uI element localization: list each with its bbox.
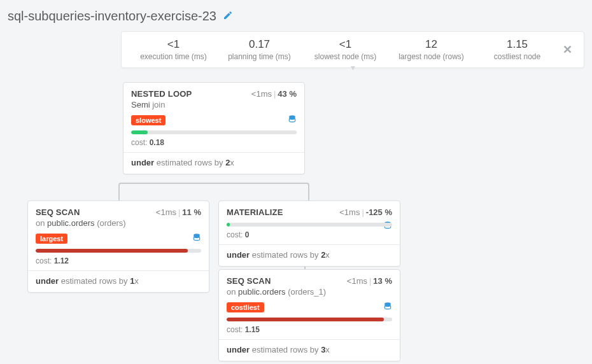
page-header: sql-subqueries-inventory-exercise-23	[0, 0, 592, 27]
badge-slowest: slowest	[131, 115, 166, 125]
node-metrics: <1ms|11 %	[156, 207, 201, 217]
progress-bar	[227, 318, 392, 321]
stat-slowest-node: <1 slowest node (ms)	[302, 38, 388, 61]
node-title: MATERIALIZE	[227, 207, 283, 217]
close-icon[interactable]: ✕	[560, 43, 575, 57]
estimate-line: under estimated rows by 3x	[219, 340, 400, 361]
node-nested-loop[interactable]: NESTED LOOP <1ms|43 % Semi join slowest …	[123, 82, 305, 174]
stat-execution-time: <1 execution time (ms)	[130, 38, 216, 61]
node-title: SEQ SCAN	[36, 207, 80, 217]
connector	[118, 183, 309, 202]
stat-largest-node: 12 largest node (rows)	[388, 38, 474, 61]
node-seq-scan-orders-1[interactable]: SEQ SCAN <1ms|13 % on public.orders (ord…	[218, 269, 400, 361]
stat-value: 12	[388, 38, 474, 51]
page-title: sql-subqueries-inventory-exercise-23	[8, 9, 216, 24]
stat-label: largest node (rows)	[388, 52, 474, 61]
database-icon[interactable]	[383, 302, 392, 312]
stat-label: execution time (ms)	[130, 52, 216, 61]
cost-line: cost: 1.15	[219, 324, 400, 339]
progress-bar	[36, 249, 201, 253]
stats-bar: <1 execution time (ms) 0.17 planning tim…	[121, 31, 584, 68]
database-icon[interactable]	[288, 115, 297, 125]
node-title: SEQ SCAN	[227, 276, 271, 286]
node-subtitle: Semi join	[123, 100, 304, 112]
node-subtitle: on public.orders (orders_1)	[219, 287, 400, 299]
estimate-line: under estimated rows by 2x	[219, 245, 400, 266]
cost-line: cost: 0.18	[123, 137, 304, 152]
progress-bar	[227, 223, 392, 227]
edit-icon[interactable]	[223, 10, 233, 22]
stat-planning-time: 0.17 planning time (ms)	[216, 38, 302, 61]
estimate-line: under estimated rows by 2x	[123, 153, 304, 174]
stat-value: <1	[302, 38, 388, 51]
node-metrics: <1ms|-125 %	[339, 207, 392, 217]
stat-value: 0.17	[216, 38, 302, 51]
progress-bar	[131, 130, 297, 134]
badge-costliest: costliest	[227, 302, 264, 312]
dropdown-tail-icon: ▾	[351, 62, 355, 73]
node-materialize[interactable]: MATERIALIZE <1ms|-125 % cost: 0 under es…	[218, 200, 400, 267]
badge-largest: largest	[36, 234, 67, 244]
node-metrics: <1ms|43 %	[251, 89, 297, 99]
stat-label: planning time (ms)	[216, 52, 302, 61]
node-subtitle: on public.orders (orders)	[28, 218, 209, 230]
node-seq-scan-orders[interactable]: SEQ SCAN <1ms|11 % on public.orders (ord…	[27, 200, 209, 293]
stat-value: 1.15	[474, 38, 560, 51]
cost-line: cost: 0	[219, 229, 400, 244]
node-title: NESTED LOOP	[131, 89, 192, 99]
database-icon[interactable]	[192, 233, 201, 244]
node-metrics: <1ms|13 %	[347, 276, 392, 286]
estimate-line: under estimated rows by 1x	[28, 271, 209, 292]
plan-canvas: NESTED LOOP <1ms|43 % Semi join slowest …	[0, 77, 592, 364]
stat-costliest-node: 1.15 costliest node	[474, 38, 560, 61]
cost-line: cost: 1.12	[28, 255, 209, 270]
stat-label: costliest node	[474, 52, 560, 61]
stat-value: <1	[130, 38, 216, 51]
stat-label: slowest node (ms)	[302, 52, 388, 61]
